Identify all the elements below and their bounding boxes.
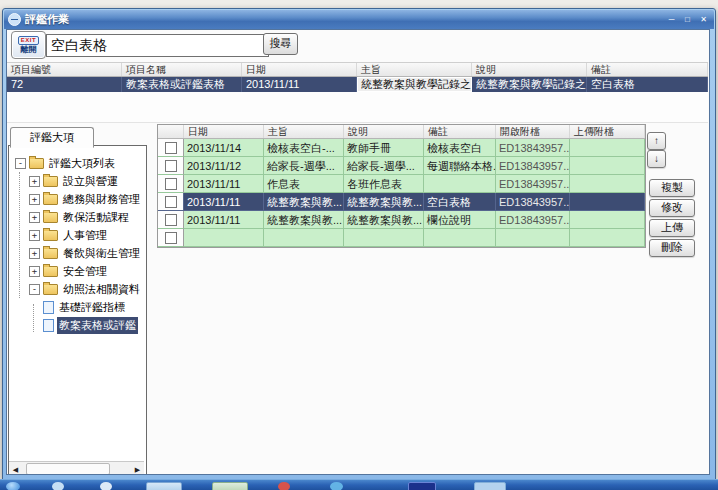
start-button-icon[interactable] [6, 482, 20, 490]
taskbar-icon[interactable] [212, 482, 248, 490]
taskbar-icon[interactable] [146, 482, 182, 490]
collapse-icon[interactable]: - [29, 284, 40, 295]
maximize-button[interactable]: □ [681, 14, 694, 25]
cell-item-no: 72 [7, 77, 122, 92]
top-grid-empty-area [7, 92, 708, 123]
tree-item-label[interactable]: 總務與財務管理 [61, 191, 142, 208]
cell-description: 教師手冊 [344, 139, 424, 157]
expand-icon[interactable]: + [29, 248, 40, 259]
expand-icon[interactable]: + [29, 194, 40, 205]
checkbox-cell [158, 193, 184, 211]
tree-item-establishment[interactable]: + 設立與營運 [13, 172, 146, 190]
cell-subject-focused[interactable]: 統整教案與教學記錄之表格 [357, 77, 472, 92]
tree-item-label[interactable]: 餐飲與衛生管理 [61, 245, 142, 262]
window-title: 評鑑作業 [25, 12, 665, 27]
scroll-left-icon[interactable]: ◀ [9, 463, 22, 476]
tree-item-label[interactable]: 人事管理 [61, 227, 109, 244]
cell-date: 2013/11/14 [184, 139, 264, 157]
scroll-right-icon[interactable]: ▶ [131, 463, 144, 476]
table-row[interactable]: 72 教案表格或評鑑表格 2013/11/11 統整教案與教學記錄之表格 統整教… [7, 77, 708, 92]
upload-button[interactable]: 上傳 [649, 219, 695, 237]
tree-item-label[interactable]: 教案表格或評鑑 [57, 317, 138, 334]
tree-item-label[interactable]: 設立與營運 [61, 173, 120, 190]
close-button[interactable]: ✕ [697, 14, 710, 25]
minimize-button[interactable]: ─ [665, 14, 678, 25]
move-up-button[interactable]: ↑ [647, 132, 666, 150]
tree-item-childcare-act[interactable]: - 幼照法相關資料 [13, 280, 146, 298]
tree-item-label[interactable]: 評鑑大項列表 [47, 155, 117, 172]
tree-item-personnel[interactable]: + 人事管理 [13, 226, 146, 244]
cell-open-attachment[interactable]: ED13843957... [496, 157, 570, 175]
row-checkbox[interactable] [165, 160, 177, 172]
collapse-icon[interactable]: - [15, 158, 26, 169]
tree-item-basic-indicators[interactable]: 基礎評鑑指標 [13, 298, 146, 316]
cell-upload-attachment [570, 211, 645, 229]
window-menu-icon[interactable] [8, 13, 21, 26]
scrollbar-thumb[interactable] [26, 463, 110, 475]
table-row-empty[interactable] [158, 229, 645, 247]
expand-icon[interactable]: + [29, 176, 40, 187]
taskbar-icon[interactable] [408, 482, 436, 490]
folder-icon [43, 194, 58, 205]
cell-note: 空白表格 [587, 77, 708, 92]
tab-evaluation-categories[interactable]: 評鑑大項 [10, 127, 94, 148]
taskbar-icon[interactable] [52, 482, 64, 490]
expand-icon[interactable]: + [29, 230, 40, 241]
horizontal-scrollbar[interactable]: ◀ ▶ [9, 461, 144, 475]
table-row[interactable]: 2013/11/12 給家長-週學... 給家長-週學... 每週聯絡本格...… [158, 157, 645, 175]
modify-button[interactable]: 修改 [649, 199, 695, 217]
cell-note: 檢核表空白 [424, 139, 496, 157]
expand-icon[interactable]: + [29, 266, 40, 277]
taskbar[interactable] [0, 479, 718, 490]
cell-date: 2013/11/11 [184, 211, 264, 229]
taskbar-icon[interactable] [330, 482, 343, 490]
cell-open-attachment[interactable]: ED13843957... [496, 211, 570, 229]
cell-open-attachment[interactable]: ED13843957... [496, 175, 570, 193]
folder-icon [43, 248, 58, 259]
row-checkbox[interactable] [165, 178, 177, 190]
cell-note: 空白表格 [424, 193, 496, 211]
move-down-button[interactable]: ↓ [647, 150, 666, 168]
column-header-note: 備註 [587, 63, 708, 76]
cell-description [344, 229, 424, 247]
top-grid-header: 項目編號 項目名稱 日期 主旨 說明 備註 [7, 62, 708, 77]
search-input[interactable] [46, 34, 269, 57]
expand-icon[interactable]: + [29, 212, 40, 223]
tree-item-label[interactable]: 安全管理 [61, 263, 109, 280]
cell-subject: 統整教案與教... [264, 211, 344, 229]
row-checkbox[interactable] [165, 196, 177, 208]
search-button[interactable]: 搜尋 [263, 33, 298, 55]
tree-item-food-hygiene[interactable]: + 餐飲與衛生管理 [13, 244, 146, 262]
column-header-description: 說明 [344, 125, 424, 138]
title-bar[interactable]: 評鑑作業 ─ □ ✕ [4, 10, 714, 29]
row-checkbox[interactable] [165, 232, 177, 244]
cell-subject: 給家長-週學... [264, 157, 344, 175]
copy-button[interactable]: 複製 [649, 179, 695, 197]
tree-item-childcare-curriculum[interactable]: + 教保活動課程 [13, 208, 146, 226]
tree-item-label[interactable]: 基礎評鑑指標 [57, 299, 127, 316]
tree-item-lesson-plan-forms[interactable]: 教案表格或評鑑 [13, 316, 146, 334]
exit-button[interactable]: EXIT 離開 [11, 31, 46, 59]
cell-open-attachment[interactable]: ED13843957... [496, 139, 570, 157]
tree-item-safety[interactable]: + 安全管理 [13, 262, 146, 280]
row-checkbox[interactable] [165, 142, 177, 154]
cell-open-attachment[interactable]: ED13843957... [496, 193, 570, 211]
taskbar-icon[interactable] [278, 482, 290, 490]
table-row[interactable]: 2013/11/11 統整教案與教... 統整教案與教... 欄位說明 ED13… [158, 211, 645, 229]
folder-icon [43, 284, 58, 295]
cell-date: 2013/11/11 [184, 193, 264, 211]
tree-item-root[interactable]: - 評鑑大項列表 [13, 154, 146, 172]
column-header-checkbox [158, 125, 184, 138]
tree-item-label[interactable]: 教保活動課程 [61, 209, 131, 226]
taskbar-icon[interactable] [474, 482, 506, 490]
table-row[interactable]: 2013/11/11 作息表 各班作息表 ED13843957... [158, 175, 645, 193]
tree-item-label[interactable]: 幼照法相關資料 [61, 281, 142, 298]
taskbar-icon[interactable] [100, 482, 112, 490]
table-row[interactable]: 2013/11/14 檢核表空白-... 教師手冊 檢核表空白 ED138439… [158, 139, 645, 157]
cell-note: 欄位說明 [424, 211, 496, 229]
row-checkbox[interactable] [165, 214, 177, 226]
category-tree-panel: - 評鑑大項列表 + 設立與營運 + 總務與財務管理 + 教保活 [8, 145, 147, 475]
table-row-selected[interactable]: 2013/11/11 統整教案與教... 統整教案與教... 空白表格 ED13… [158, 193, 645, 211]
delete-button[interactable]: 刪除 [649, 239, 695, 257]
tree-item-general-affairs[interactable]: + 總務與財務管理 [13, 190, 146, 208]
